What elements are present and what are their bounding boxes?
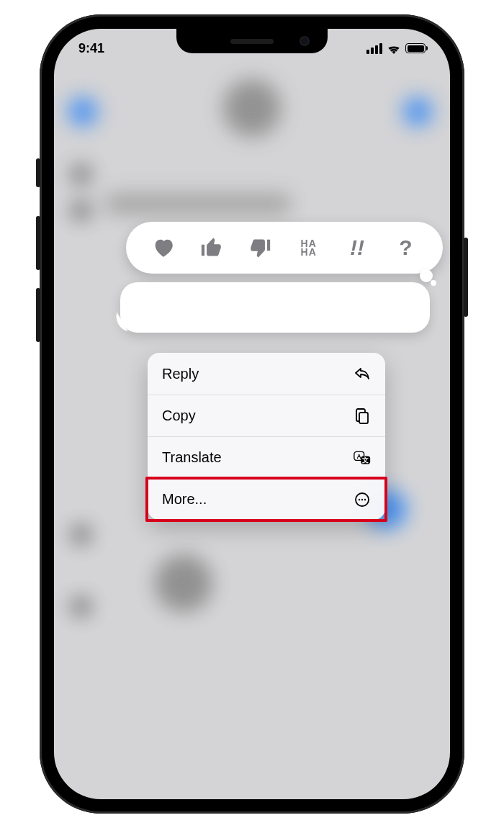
tapback-thumbs-up-icon[interactable] bbox=[199, 235, 224, 260]
phone-screen: 9:41 bbox=[54, 29, 450, 799]
svg-rect-0 bbox=[359, 413, 368, 423]
menu-item-label: Reply bbox=[162, 366, 199, 382]
haha-text-bottom: HA bbox=[301, 246, 317, 258]
svg-point-8 bbox=[364, 498, 366, 500]
more-ellipsis-icon bbox=[354, 491, 371, 508]
cellular-signal-icon bbox=[366, 43, 382, 54]
menu-item-label: More... bbox=[162, 491, 207, 508]
battery-icon bbox=[405, 43, 426, 53]
copy-pages-icon bbox=[354, 408, 371, 425]
message-context-menu: Reply Copy bbox=[148, 353, 385, 520]
menu-item-more[interactable]: More... bbox=[148, 478, 385, 520]
side-button-silence bbox=[36, 158, 40, 187]
tapback-emphasis-icon[interactable]: !! bbox=[345, 235, 369, 260]
status-time: 9:41 bbox=[78, 41, 104, 56]
front-camera bbox=[300, 36, 310, 46]
tapback-question-icon[interactable]: ? bbox=[393, 235, 418, 260]
tapback-reaction-bar: HA HA !! ? bbox=[126, 222, 443, 274]
svg-point-6 bbox=[359, 498, 360, 500]
side-button-volume-up bbox=[36, 216, 40, 270]
selected-message-bubble[interactable] bbox=[120, 282, 430, 333]
menu-item-copy[interactable]: Copy bbox=[148, 395, 385, 436]
menu-item-reply[interactable]: Reply bbox=[148, 353, 385, 395]
display-notch bbox=[176, 29, 328, 53]
svg-point-7 bbox=[361, 498, 363, 500]
svg-text:A: A bbox=[357, 452, 361, 459]
menu-item-label: Translate bbox=[162, 449, 222, 466]
side-button-volume-down bbox=[36, 288, 40, 342]
menu-item-label: Copy bbox=[162, 408, 196, 424]
status-indicators bbox=[366, 43, 426, 54]
iphone-device-frame: 9:41 bbox=[40, 14, 464, 814]
earpiece-speaker bbox=[230, 39, 274, 44]
wifi-icon bbox=[387, 43, 401, 54]
svg-text:文: 文 bbox=[361, 456, 369, 464]
bubble-tail bbox=[113, 312, 132, 332]
tapback-thumbs-down-icon[interactable] bbox=[248, 235, 272, 260]
side-button-power bbox=[464, 238, 468, 317]
translate-icon: A 文 bbox=[354, 449, 371, 467]
tapback-heart-icon[interactable] bbox=[151, 235, 176, 260]
tapback-haha-icon[interactable]: HA HA bbox=[297, 235, 321, 260]
reply-arrow-icon bbox=[354, 365, 371, 382]
menu-item-translate[interactable]: Translate A 文 bbox=[148, 436, 385, 478]
